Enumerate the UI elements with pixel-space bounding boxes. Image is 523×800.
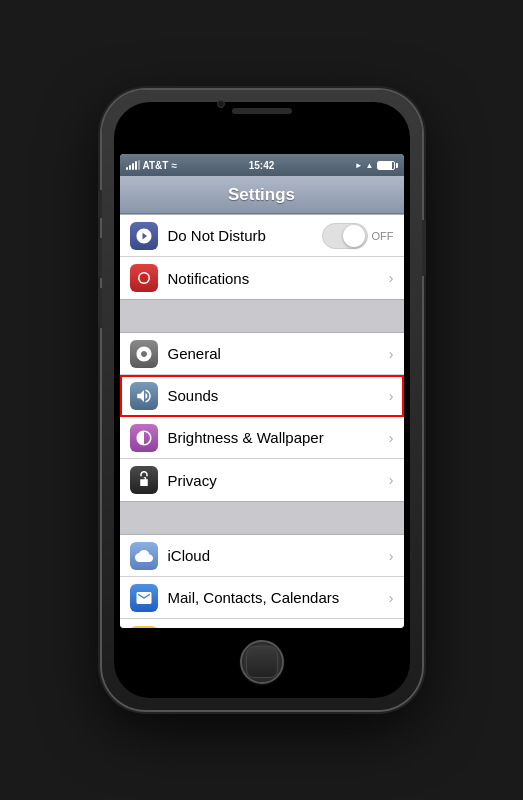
home-button-inner (246, 646, 278, 678)
status-time: 15:42 (249, 160, 275, 171)
page-title: Settings (228, 185, 295, 205)
privacy-icon (130, 466, 158, 494)
wifi-icon: ≈ (171, 160, 177, 171)
do-not-disturb-icon (130, 222, 158, 250)
home-button[interactable] (240, 640, 284, 684)
mail-label: Mail, Contacts, Calendars (168, 589, 385, 606)
general-icon (130, 340, 158, 368)
signal-bar-1 (126, 167, 128, 170)
location-icon: ► (355, 161, 363, 170)
phone-screen: AT&T ≈ 15:42 ► ▲ Settings (114, 102, 410, 698)
group-separator-1 (120, 316, 404, 332)
status-right-icons: ► ▲ (355, 161, 398, 170)
toggle-knob (343, 225, 365, 247)
icloud-icon (130, 542, 158, 570)
settings-group-1: Do Not Disturb OFF (120, 214, 404, 300)
icloud-chevron-icon: › (389, 548, 394, 564)
battery-icon (377, 161, 398, 170)
sounds-row[interactable]: Sounds › (120, 375, 404, 417)
settings-group-2: General › Sounds › (120, 332, 404, 502)
notifications-label: Notifications (168, 270, 385, 287)
group-separator-2 (120, 518, 404, 534)
notes-icon (130, 626, 158, 628)
mail-chevron-icon: › (389, 590, 394, 606)
status-left: AT&T ≈ (126, 160, 177, 171)
mail-row[interactable]: Mail, Contacts, Calendars › (120, 577, 404, 619)
mute-switch[interactable] (98, 190, 102, 218)
mail-icon (130, 584, 158, 612)
front-camera (217, 100, 225, 108)
carrier-name: AT&T (143, 160, 169, 171)
screen-content: AT&T ≈ 15:42 ► ▲ Settings (120, 154, 404, 628)
brightness-wallpaper-icon (130, 424, 158, 452)
sounds-label: Sounds (168, 387, 385, 404)
settings-group-3: iCloud › Mail, Contacts, Calendars › (120, 534, 404, 628)
power-button[interactable] (422, 220, 426, 276)
general-label: General (168, 345, 385, 362)
notifications-row[interactable]: Notifications › (120, 257, 404, 299)
toggle-track[interactable] (322, 223, 368, 249)
sounds-chevron-icon: › (389, 388, 394, 404)
volume-down-button[interactable] (98, 288, 102, 328)
brightness-wallpaper-label: Brightness & Wallpaper (168, 429, 385, 446)
signal-bar-5 (138, 160, 140, 170)
general-chevron-icon: › (389, 346, 394, 362)
general-row[interactable]: General › (120, 333, 404, 375)
volume-up-button[interactable] (98, 238, 102, 278)
privacy-chevron-icon: › (389, 472, 394, 488)
do-not-disturb-label: Do Not Disturb (168, 227, 322, 244)
brightness-wallpaper-row[interactable]: Brightness & Wallpaper › (120, 417, 404, 459)
signal-bar-2 (129, 165, 131, 170)
do-not-disturb-toggle[interactable]: OFF (322, 223, 394, 249)
signal-bar-3 (132, 163, 134, 170)
sounds-icon (130, 382, 158, 410)
toggle-label: OFF (372, 230, 394, 242)
earpiece-speaker (232, 108, 292, 114)
do-not-disturb-row[interactable]: Do Not Disturb OFF (120, 215, 404, 257)
status-bar: AT&T ≈ 15:42 ► ▲ (120, 154, 404, 176)
icloud-row[interactable]: iCloud › (120, 535, 404, 577)
svg-point-1 (139, 274, 148, 283)
navigation-bar: Settings (120, 176, 404, 214)
privacy-row[interactable]: Privacy › (120, 459, 404, 501)
settings-list: Do Not Disturb OFF (120, 214, 404, 628)
notifications-icon (130, 264, 158, 292)
signal-bars-icon (126, 160, 140, 170)
signal-bar-4 (135, 161, 137, 170)
icloud-label: iCloud (168, 547, 385, 564)
cloud-sync-icon: ▲ (366, 161, 374, 170)
notes-row[interactable]: Notes › (120, 619, 404, 628)
privacy-label: Privacy (168, 472, 385, 489)
notifications-chevron-icon: › (389, 270, 394, 286)
brightness-chevron-icon: › (389, 430, 394, 446)
phone-frame: AT&T ≈ 15:42 ► ▲ Settings (102, 90, 422, 710)
